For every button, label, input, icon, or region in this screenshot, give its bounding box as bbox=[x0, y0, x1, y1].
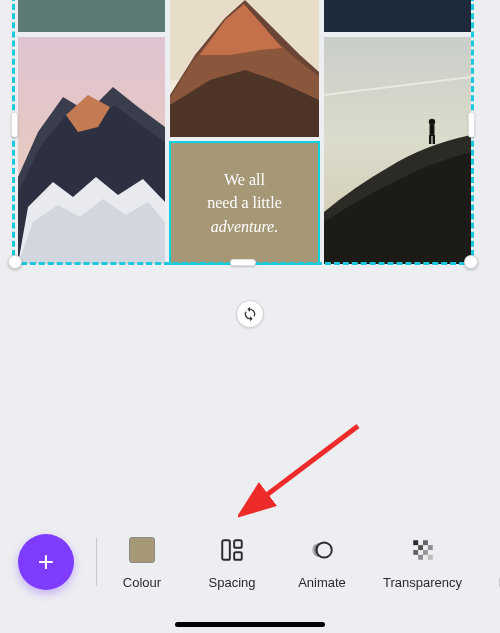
add-button[interactable]: + bbox=[18, 534, 74, 590]
colour-swatch-icon bbox=[127, 535, 157, 565]
selection-outline bbox=[12, 0, 474, 265]
resize-handle-left[interactable] bbox=[11, 112, 18, 138]
rotate-icon bbox=[242, 306, 258, 322]
transparency-icon bbox=[408, 535, 438, 565]
resize-handle-right[interactable] bbox=[468, 112, 475, 138]
svg-rect-27 bbox=[413, 550, 418, 555]
home-indicator[interactable] bbox=[175, 622, 325, 627]
svg-point-22 bbox=[317, 542, 332, 557]
tool-label: Transparency bbox=[383, 575, 462, 590]
tool-label: Animate bbox=[298, 575, 346, 590]
resize-handle-bottom[interactable] bbox=[230, 259, 256, 266]
resize-handle-bottom-right[interactable] bbox=[464, 255, 478, 269]
tool-label: Spacing bbox=[209, 575, 256, 590]
plus-icon: + bbox=[38, 548, 54, 576]
tool-transparency[interactable]: Transparency bbox=[383, 535, 462, 590]
svg-rect-23 bbox=[413, 540, 418, 545]
svg-rect-24 bbox=[423, 540, 428, 545]
toolbar-divider bbox=[96, 538, 97, 586]
resize-handle-bottom-left[interactable] bbox=[8, 255, 22, 269]
svg-rect-20 bbox=[234, 540, 242, 548]
svg-rect-28 bbox=[423, 550, 428, 555]
svg-line-18 bbox=[260, 426, 358, 500]
svg-rect-25 bbox=[418, 545, 423, 550]
svg-rect-21 bbox=[234, 552, 242, 560]
animate-icon bbox=[307, 535, 337, 565]
svg-rect-26 bbox=[427, 545, 432, 550]
svg-rect-30 bbox=[427, 554, 432, 559]
spacing-icon bbox=[217, 535, 247, 565]
bottom-toolbar: + Colour Spacing bbox=[0, 517, 500, 607]
toolbar-items: Colour Spacing Animate bbox=[113, 535, 500, 590]
tool-position[interactable]: P bbox=[488, 535, 500, 590]
tool-colour[interactable]: Colour bbox=[113, 535, 171, 590]
tool-label: Colour bbox=[123, 575, 161, 590]
canvas-area[interactable]: We all need a little adventure. bbox=[0, 0, 500, 280]
tool-spacing[interactable]: Spacing bbox=[203, 535, 261, 590]
position-icon bbox=[488, 535, 500, 565]
svg-rect-19 bbox=[222, 540, 230, 560]
rotate-button[interactable] bbox=[236, 300, 264, 328]
annotation-arrow bbox=[238, 418, 368, 518]
tool-animate[interactable]: Animate bbox=[293, 535, 351, 590]
svg-rect-29 bbox=[418, 554, 423, 559]
